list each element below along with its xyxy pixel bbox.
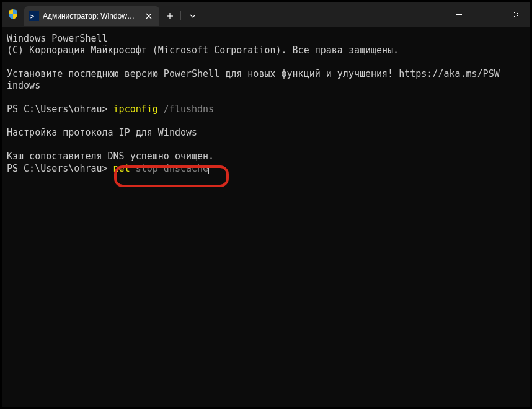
maximize-button[interactable]: [473, 2, 502, 27]
svg-rect-5: [485, 12, 490, 17]
chevron-down-icon: [190, 14, 196, 18]
output-line: Кэш сопоставителя DNS успешно очищен.: [7, 151, 214, 162]
new-tab-button[interactable]: [159, 6, 180, 26]
powershell-icon: >_: [29, 11, 39, 21]
close-icon: [513, 11, 520, 18]
command-name: ipconfig: [113, 103, 158, 115]
command-arg: stop dnscache: [130, 163, 208, 174]
close-icon: [146, 13, 152, 19]
output-line: indows: [7, 80, 40, 91]
output-line: Настройка протокола IP для Windows: [7, 127, 197, 138]
plus-icon: [166, 12, 174, 20]
minimize-button[interactable]: [445, 2, 473, 27]
terminal-window: >_ Администратор: Windows PowerShell: [2, 2, 530, 407]
tab-active[interactable]: >_ Администратор: Windows PowerShell: [24, 6, 159, 26]
terminal-output[interactable]: Windows PowerShell (C) Корпорация Майкро…: [2, 27, 530, 407]
close-window-button[interactable]: [502, 2, 530, 27]
command-arg: /flushdns: [158, 103, 214, 115]
output-line: Windows PowerShell: [7, 33, 108, 44]
prompt: PS C:\Users\ohrau>: [7, 103, 113, 115]
minimize-icon: [456, 11, 463, 18]
titlebar: >_ Администратор: Windows PowerShell: [2, 2, 530, 27]
output-line: (C) Корпорация Майкрософт (Microsoft Cor…: [7, 45, 399, 56]
separator: [180, 11, 181, 20]
tab-dropdown-button[interactable]: [184, 6, 202, 26]
tab-close-button[interactable]: [143, 11, 154, 22]
output-line: Установите последнюю версию PowerShell д…: [7, 68, 500, 79]
cursor: [208, 165, 209, 174]
command-name: net: [113, 163, 130, 174]
admin-shield-icon: [2, 9, 24, 19]
tab-title: Администратор: Windows PowerShell: [43, 12, 136, 20]
maximize-icon: [484, 11, 491, 18]
prompt: PS C:\Users\ohrau>: [7, 163, 113, 174]
